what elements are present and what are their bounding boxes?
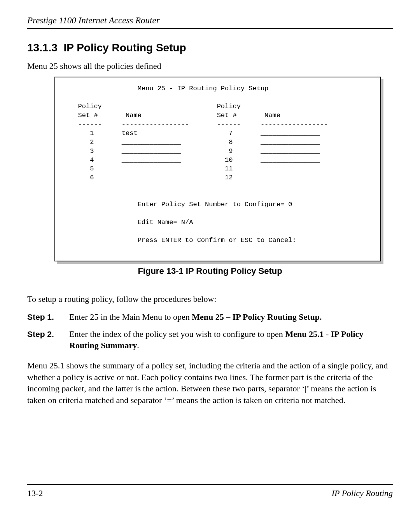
page-footer: 13-2 IP Policy Routing — [27, 484, 393, 498]
step-1-bold: Menu 25 – IP Policy Routing Setup. — [192, 312, 322, 322]
running-header: Prestige 1100 Internet Access Router — [27, 16, 393, 29]
section-heading: 13.1.3 IP Policy Routing Setup — [27, 42, 393, 54]
step-2-text: Enter the index of the policy set you wi… — [69, 329, 285, 339]
section-number: 13.1.3 — [27, 42, 58, 54]
step-1-text: Enter 25 in the Main Menu to open — [69, 312, 192, 322]
footer-section-title: IP Policy Routing — [332, 488, 393, 498]
section-title: IP Policy Routing Setup — [63, 42, 186, 54]
step-1-row: Step 1. Enter 25 in the Main Menu to ope… — [27, 311, 393, 323]
step-2-label: Step 2. — [27, 329, 61, 339]
step-2-row: Step 2. Enter the index of the policy se… — [27, 328, 393, 351]
explanatory-paragraph: Menu 25.1 shows the summary of a policy … — [27, 360, 393, 406]
procedure-intro: To setup a routing policy, follow the pr… — [27, 294, 393, 304]
step-2-body: Enter the index of the policy set you wi… — [69, 328, 393, 351]
intro-line: Menu 25 shows all the policies defined — [27, 61, 393, 71]
step-2-tail: . — [137, 340, 139, 350]
terminal-figure: Menu 25 - IP Routing Policy Setup Policy… — [54, 77, 381, 261]
step-1-body: Enter 25 in the Main Menu to open Menu 2… — [69, 311, 393, 323]
step-1-label: Step 1. — [27, 312, 61, 322]
terminal-box: Menu 25 - IP Routing Policy Setup Policy… — [54, 77, 381, 261]
page: Prestige 1100 Internet Access Router 13.… — [0, 0, 420, 510]
page-number: 13-2 — [27, 488, 43, 498]
figure-caption: Figure 13-1 IP Routing Policy Setup — [27, 266, 393, 276]
